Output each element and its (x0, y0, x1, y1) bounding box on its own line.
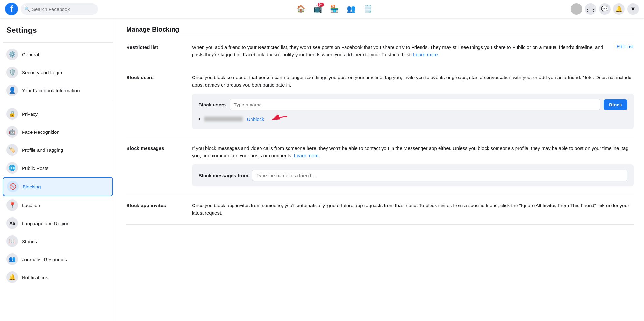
sidebar-item-journalist[interactable]: 👥 Journalist Resources (3, 250, 113, 268)
restricted-list-desc: When you add a friend to your Restricted… (192, 44, 609, 58)
block-messages-label: Block messages (126, 145, 184, 186)
blocked-user-row: ▪ Unblock (198, 114, 627, 124)
sidebar-item-public-posts[interactable]: 🌐 Public Posts (3, 159, 113, 177)
sidebar-divider-2 (3, 102, 113, 102)
top-navigation: f 🔍 🏠 📺 9+ 🏪 👥 🗒️ ⋮⋮ 💬 🔔 ▼ (0, 0, 644, 18)
face-recognition-icon: 🤖 (6, 126, 18, 138)
journalist-icon: 👥 (6, 253, 18, 265)
sidebar-title: Settings (3, 23, 113, 40)
sidebar-item-location[interactable]: 📍 Location (3, 196, 113, 214)
pages-icon: 🗒️ (364, 5, 372, 13)
sidebar-label-security: Security and Login (22, 70, 62, 75)
search-bar[interactable]: 🔍 (21, 3, 98, 15)
language-icon: Aa (6, 217, 18, 229)
nav-center: 🏠 📺 9+ 🏪 👥 🗒️ (100, 1, 568, 17)
sidebar-label-stories: Stories (22, 239, 37, 244)
block-messages-learn-more[interactable]: Learn more. (294, 153, 320, 158)
red-arrow-indicator (270, 114, 289, 124)
restricted-list-learn-more[interactable]: Learn more. (413, 52, 439, 57)
messenger-button[interactable]: 💬 (599, 3, 611, 15)
edit-list-link[interactable]: Edit List (617, 44, 634, 49)
general-icon: ⚙️ (6, 49, 18, 60)
block-app-invites-desc: Once you block app invites from someone,… (192, 202, 634, 216)
sidebar-item-notifications[interactable]: 🔔 Notifications (3, 268, 113, 286)
sidebar-item-language[interactable]: Aa Language and Region (3, 214, 113, 232)
block-app-invites-section: Block app invites Once you block app inv… (126, 194, 634, 225)
sidebar-item-profile-tagging[interactable]: 🏷️ Profile and Tagging (3, 141, 113, 159)
sidebar-label-face-recognition: Face Recognition (22, 129, 60, 135)
block-users-desc: Once you block someone, that person can … (192, 74, 634, 88)
home-icon: 🏠 (297, 5, 305, 13)
sidebar-label-notifications: Notifications (22, 275, 48, 280)
main-content: Manage Blocking Restricted list When you… (116, 18, 644, 321)
block-messages-body: If you block messages and video calls fr… (192, 145, 634, 186)
block-users-section: Block users Once you block someone, that… (126, 66, 634, 137)
sidebar-label-general: General (22, 52, 39, 57)
block-messages-section: Block messages If you block messages and… (126, 137, 634, 194)
notifications-sidebar-icon: 🔔 (6, 271, 18, 283)
account-menu-button[interactable]: ▼ (627, 3, 639, 15)
page-layout: Settings ⚙️ General 🛡️ Security and Logi… (0, 18, 644, 321)
blocking-icon: 🚫 (7, 181, 19, 192)
block-messages-box: Block messages from (192, 164, 634, 186)
sidebar-label-facebook-info: Your Facebook Information (22, 88, 80, 93)
block-messages-desc: If you block messages and video calls fr… (192, 145, 634, 159)
video-nav-button[interactable]: 📺 9+ (310, 1, 325, 17)
sidebar-item-security[interactable]: 🛡️ Security and Login (3, 63, 113, 81)
sidebar-item-blocking[interactable]: 🚫 Blocking (3, 177, 113, 196)
restricted-list-section: Restricted list When you add a friend to… (126, 36, 634, 66)
unblock-link[interactable]: Unblock (247, 116, 264, 122)
sidebar-item-general[interactable]: ⚙️ General (3, 45, 113, 63)
sidebar-label-privacy: Privacy (22, 111, 38, 117)
people-nav-button[interactable]: 👥 (343, 1, 359, 17)
facebook-info-icon: 👤 (6, 85, 18, 96)
facebook-logo: f (5, 3, 18, 15)
sidebar-label-journalist: Journalist Resources (22, 257, 67, 262)
block-app-invites-body: Once you block app invites from someone,… (192, 202, 634, 216)
sidebar-divider-1 (3, 42, 113, 43)
blocked-user-name (204, 117, 243, 121)
sidebar-label-public-posts: Public Posts (22, 165, 49, 171)
public-posts-icon: 🌐 (6, 162, 18, 174)
people-icon: 👥 (347, 5, 355, 13)
block-users-body: Once you block someone, that person can … (192, 74, 634, 129)
block-messages-input-row: Block messages from (198, 170, 627, 181)
block-app-invites-label: Block app invites (126, 202, 184, 216)
notifications-button[interactable]: 🔔 (613, 3, 625, 15)
user-avatar[interactable] (571, 3, 582, 15)
sidebar-label-language: Language and Region (22, 221, 70, 226)
pages-nav-button[interactable]: 🗒️ (360, 1, 375, 17)
sidebar-label-location: Location (22, 203, 40, 208)
location-icon: 📍 (6, 199, 18, 211)
store-nav-button[interactable]: 🏪 (327, 1, 342, 17)
apps-button[interactable]: ⋮⋮ (585, 3, 596, 15)
settings-sidebar: Settings ⚙️ General 🛡️ Security and Logi… (0, 18, 116, 321)
sidebar-label-profile-tagging: Profile and Tagging (22, 147, 63, 153)
restricted-list-header-row: When you add a friend to your Restricted… (192, 44, 634, 58)
store-icon: 🏪 (330, 5, 339, 13)
sidebar-item-stories[interactable]: 📖 Stories (3, 232, 113, 250)
block-users-input-label: Block users (198, 102, 226, 107)
profile-tagging-icon: 🏷️ (6, 144, 18, 156)
search-input[interactable] (32, 6, 94, 12)
block-users-input[interactable] (230, 99, 600, 110)
block-messages-input[interactable] (252, 170, 627, 181)
block-users-box: Block users Block ▪ Unblock (192, 94, 634, 129)
restricted-list-label: Restricted list (126, 44, 184, 58)
sidebar-item-face-recognition[interactable]: 🤖 Face Recognition (3, 123, 113, 141)
block-button[interactable]: Block (604, 99, 627, 110)
restricted-list-body: When you add a friend to your Restricted… (192, 44, 634, 58)
blocked-bullet: ▪ (198, 116, 200, 123)
sidebar-item-privacy[interactable]: 🔒 Privacy (3, 105, 113, 123)
block-users-input-row: Block users Block (198, 99, 627, 110)
search-icon: 🔍 (24, 6, 30, 12)
block-users-label: Block users (126, 74, 184, 129)
page-title: Manage Blocking (126, 26, 634, 33)
block-messages-input-label: Block messages from (198, 173, 248, 178)
privacy-icon: 🔒 (6, 108, 18, 120)
nav-right: ⋮⋮ 💬 🔔 ▼ (571, 3, 639, 15)
sidebar-item-facebook-info[interactable]: 👤 Your Facebook Information (3, 81, 113, 99)
video-badge: 9+ (318, 3, 324, 7)
home-nav-button[interactable]: 🏠 (293, 1, 308, 17)
stories-icon: 📖 (6, 235, 18, 247)
